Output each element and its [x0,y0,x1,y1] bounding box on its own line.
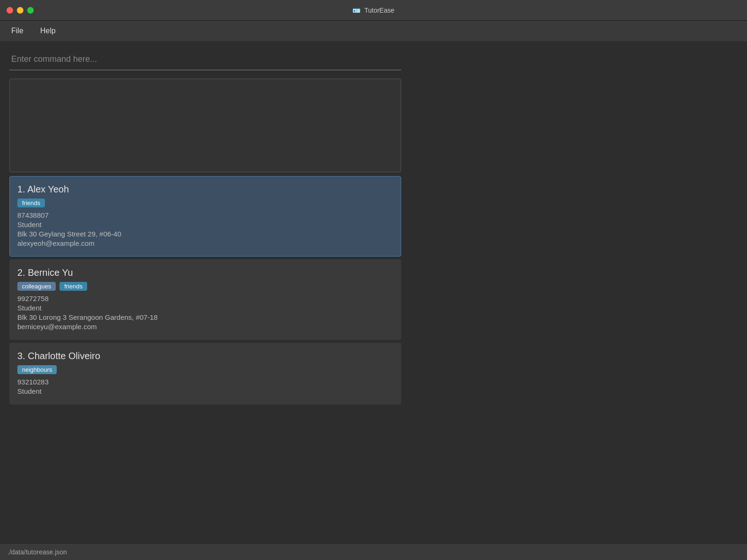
app-icon: 🪪 [352,7,360,14]
menu-file[interactable]: File [7,25,27,37]
contact-card-3[interactable]: 3. Charlotte Oliveiro neighbours 9321028… [9,343,401,405]
tag-friends-2: friends [60,282,87,291]
contact-email-1: alexyeoh@example.com [17,239,393,247]
status-bar: ./data/tutorease.json [0,543,747,560]
left-panel: 1. Alex Yeoh friends 87438807 Student Bl… [0,41,411,543]
close-button[interactable] [7,7,13,14]
main-container: 1. Alex Yeoh friends 87438807 Student Bl… [0,41,747,543]
contact-card-2[interactable]: 2. Bernice Yu colleagues friends 9927275… [9,259,401,340]
contact-email-2: berniceyu@example.com [17,323,393,331]
contact-role-1: Student [17,221,393,228]
command-input[interactable] [9,51,401,70]
contact-address-1: Blk 30 Geylang Street 29, #06-40 [17,230,393,238]
tag-neighbours-3: neighbours [17,365,57,374]
contact-address-2: Blk 30 Lorong 3 Serangoon Gardens, #07-1… [17,313,393,321]
contact-list[interactable]: 1. Alex Yeoh friends 87438807 Student Bl… [0,176,411,543]
contact-phone-3: 93210283 [17,378,393,386]
window-controls [7,7,34,14]
contact-name-1: 1. Alex Yeoh [17,184,393,195]
contact-card-1[interactable]: 1. Alex Yeoh friends 87438807 Student Bl… [9,176,401,257]
app-title: TutorEase [364,7,394,14]
menu-bar: File Help [0,21,747,41]
tag-friends-1: friends [17,199,45,207]
minimize-button[interactable] [17,7,23,14]
status-path: ./data/tutorease.json [7,548,67,556]
contact-phone-1: 87438807 [17,211,393,219]
maximize-button[interactable] [27,7,34,14]
contact-role-3: Student [17,387,393,395]
contact-role-2: Student [17,304,393,312]
output-area [9,79,401,172]
menu-help[interactable]: Help [37,25,60,37]
contact-name-2: 2. Bernice Yu [17,267,393,278]
contact-name-3: 3. Charlotte Oliveiro [17,351,393,361]
contact-phone-2: 99272758 [17,295,393,302]
contact-tags-3: neighbours [17,365,393,374]
contact-tags-2: colleagues friends [17,282,393,291]
title-bar: 🪪 TutorEase [0,0,747,21]
right-panel [411,41,747,543]
command-area [0,41,411,75]
contact-tags-1: friends [17,199,393,207]
tag-colleagues-2: colleagues [17,282,56,291]
app-title-group: 🪪 TutorEase [352,7,394,14]
